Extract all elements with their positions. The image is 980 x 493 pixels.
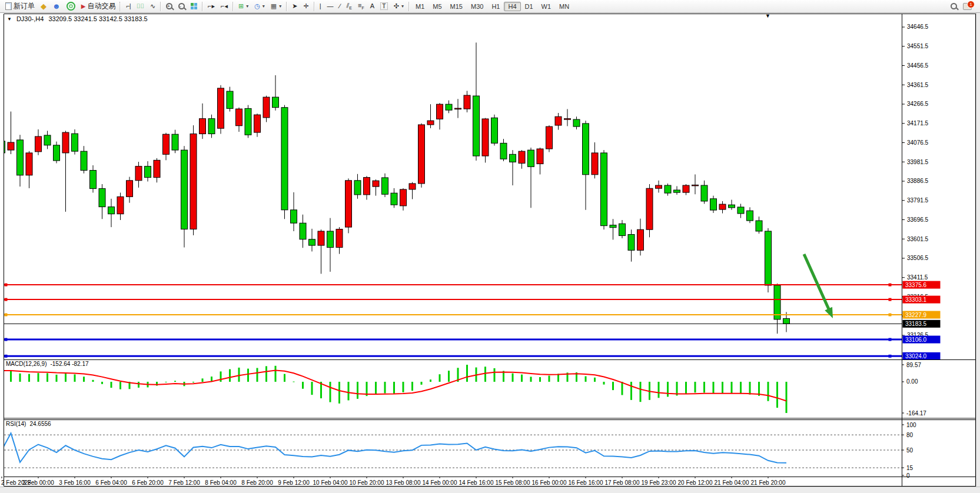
market-icon[interactable]: ◆ bbox=[38, 1, 49, 12]
autotrade-label: 自动交易 bbox=[87, 1, 115, 11]
svg-text:20 Feb 12:00: 20 Feb 12:00 bbox=[678, 479, 713, 486]
bar-chart-button[interactable]: ⌐| bbox=[123, 1, 133, 12]
svg-text:3 Feb 00:00: 3 Feb 00:00 bbox=[22, 479, 54, 486]
svg-text:33601.5: 33601.5 bbox=[907, 236, 929, 242]
chart-ohlc-readout: 33209.5 33241.5 33142.5 33183.5 bbox=[48, 15, 147, 22]
collapse-triangle-icon[interactable]: ▼ bbox=[7, 16, 12, 22]
svg-text:89.57: 89.57 bbox=[906, 362, 921, 368]
svg-text:33375.6: 33375.6 bbox=[905, 282, 927, 288]
time-axis: 2 Feb 20233 Feb 00:003 Feb 16:006 Feb 04… bbox=[1, 477, 786, 486]
chart-shift-button[interactable]: ⌐◂ bbox=[218, 1, 231, 12]
svg-text:34171.5: 34171.5 bbox=[907, 120, 929, 126]
svg-text:34456.5: 34456.5 bbox=[907, 62, 929, 69]
annotation-arrow[interactable] bbox=[804, 254, 833, 318]
svg-text:14 Feb 16:00: 14 Feb 16:00 bbox=[459, 479, 494, 486]
tile-windows-icon bbox=[191, 3, 197, 9]
svg-text:33696.5: 33696.5 bbox=[907, 216, 929, 223]
svg-text:3 Feb 16:00: 3 Feb 16:00 bbox=[59, 479, 91, 486]
svg-text:17 Feb 08:00: 17 Feb 08:00 bbox=[605, 479, 640, 486]
price-level-line[interactable]: 33024.0 bbox=[4, 352, 941, 360]
autotrade-icon: ▶ bbox=[81, 4, 86, 9]
auto-scroll-button[interactable]: ⌐▸ bbox=[205, 1, 218, 12]
price-level-line[interactable]: 33227.9 bbox=[4, 311, 941, 319]
timeframe-buttons: M1M5M15M30H1H4D1W1MN bbox=[411, 2, 573, 11]
price-level-line[interactable]: 33106.0 bbox=[4, 336, 941, 344]
chart-symbol-period: DJ30-,H4 bbox=[16, 15, 44, 22]
autotrade-button[interactable]: ▶ 自动交易 bbox=[78, 1, 119, 12]
timeframe-H1[interactable]: H1 bbox=[487, 2, 504, 11]
timeframe-M30[interactable]: M30 bbox=[467, 2, 487, 11]
svg-text:6 Feb 04:00: 6 Feb 04:00 bbox=[95, 479, 127, 486]
svg-text:33106.0: 33106.0 bbox=[905, 337, 927, 343]
main-toolbar: 新订单 ◆ ☻ ▶ 自动交易 ⌐| ⌷⌷ ∿ + - ⌐▸ ⌐◂ ⊞▾ ◷▾ ▦… bbox=[0, 0, 980, 13]
candlestick-chart-button[interactable]: ⌷⌷ bbox=[134, 1, 147, 12]
svg-text:33886.5: 33886.5 bbox=[907, 178, 929, 184]
candlestick-series bbox=[0, 42, 790, 334]
text-label-tool[interactable]: T bbox=[377, 1, 391, 12]
svg-text:34266.5: 34266.5 bbox=[907, 101, 929, 107]
arrows-tool[interactable]: ✣▾ bbox=[391, 1, 407, 12]
zoom-out-button[interactable]: - bbox=[175, 1, 188, 12]
rsi-line bbox=[2, 433, 786, 462]
timeframe-D1[interactable]: D1 bbox=[521, 2, 537, 11]
line-chart-button[interactable]: ∿ bbox=[147, 1, 158, 12]
svg-text:10 Feb 04:00: 10 Feb 04:00 bbox=[313, 479, 348, 486]
svg-text:8 Feb 04:00: 8 Feb 04:00 bbox=[205, 479, 237, 486]
rsi-pane-label: RSI(14) 24.6556 bbox=[6, 421, 51, 427]
svg-text:15: 15 bbox=[906, 465, 913, 471]
svg-text:33227.9: 33227.9 bbox=[905, 312, 927, 318]
svg-text:19 Feb 23:00: 19 Feb 23:00 bbox=[642, 479, 676, 486]
indicators-button[interactable]: ⊞▾ bbox=[235, 1, 251, 12]
svg-text:33791.5: 33791.5 bbox=[907, 197, 929, 204]
zoom-in-icon: + bbox=[166, 3, 172, 9]
vertical-line-tool[interactable]: | bbox=[317, 1, 324, 12]
timeframe-M5[interactable]: M5 bbox=[428, 2, 446, 11]
svg-text:0.00: 0.00 bbox=[906, 378, 918, 385]
svg-text:14 Feb 00:00: 14 Feb 00:00 bbox=[423, 479, 457, 486]
svg-text:16 Feb 00:00: 16 Feb 00:00 bbox=[532, 479, 567, 486]
signal-waves-icon bbox=[67, 2, 75, 11]
svg-text:15 Feb 08:00: 15 Feb 08:00 bbox=[496, 479, 530, 486]
notification-badge: 1 bbox=[967, 1, 975, 8]
svg-text:33506.5: 33506.5 bbox=[907, 255, 929, 261]
svg-text:34646.5: 34646.5 bbox=[907, 24, 929, 30]
templates-button[interactable]: ▦▾ bbox=[268, 1, 284, 12]
rsi-indicator-name: RSI(14) bbox=[6, 421, 26, 427]
text-tool[interactable]: A bbox=[367, 1, 377, 12]
svg-text:33183.5: 33183.5 bbox=[905, 321, 927, 327]
svg-text:50: 50 bbox=[906, 447, 913, 454]
search-icon[interactable] bbox=[951, 3, 957, 9]
crosshair-tool[interactable]: ✛ bbox=[301, 1, 312, 12]
price-level-line[interactable]: 33303.1 bbox=[4, 296, 941, 304]
svg-text:34076.5: 34076.5 bbox=[907, 139, 929, 146]
periods-button[interactable]: ◷▾ bbox=[251, 1, 268, 12]
timeframe-M15[interactable]: M15 bbox=[446, 2, 467, 11]
svg-text:33303.1: 33303.1 bbox=[905, 297, 927, 303]
price-axis: 34646.534551.534456.534361.534266.534171… bbox=[902, 24, 929, 338]
new-order-button[interactable]: 新订单 bbox=[2, 1, 38, 12]
community-icon[interactable]: ☻ bbox=[49, 1, 64, 12]
notifications-icon[interactable]: 1 bbox=[963, 3, 972, 10]
timeframe-MN[interactable]: MN bbox=[555, 2, 573, 11]
mt4-window: 新订单 ◆ ☻ ▶ 自动交易 ⌐| ⌷⌷ ∿ + - ⌐▸ ⌐◂ ⊞▾ ◷▾ ▦… bbox=[0, 0, 980, 493]
signals-icon[interactable] bbox=[64, 1, 78, 12]
trendline-tool[interactable]: ∕ bbox=[337, 1, 344, 12]
svg-text:21 Feb 04:00: 21 Feb 04:00 bbox=[715, 479, 749, 486]
pane-borders bbox=[4, 14, 976, 487]
svg-text:-164.17: -164.17 bbox=[906, 410, 926, 417]
fibonacci-tool[interactable]: ≡F bbox=[355, 1, 367, 12]
rsi-indicator-value: 24.6556 bbox=[29, 421, 51, 427]
equidistant-channel-tool[interactable]: ⫽E bbox=[343, 1, 355, 12]
cursor-tool[interactable]: ➤ bbox=[289, 1, 300, 12]
tile-windows-button[interactable] bbox=[188, 1, 200, 12]
horizontal-line-tool[interactable]: — bbox=[324, 1, 337, 12]
zoom-in-button[interactable]: + bbox=[163, 1, 175, 12]
timeframe-H4[interactable]: H4 bbox=[504, 2, 520, 11]
timeframe-W1[interactable]: W1 bbox=[537, 2, 556, 11]
chart-canvas[interactable]: 34646.534551.534456.534361.534266.534171… bbox=[0, 13, 980, 493]
new-order-icon bbox=[5, 2, 12, 10]
timeframe-M1[interactable]: M1 bbox=[411, 2, 428, 11]
price-level-line[interactable]: 33375.6 bbox=[4, 281, 941, 289]
price-level-line[interactable]: 33183.5 bbox=[4, 320, 941, 328]
chart-shift-marker-icon[interactable]: ▼ bbox=[765, 13, 770, 19]
